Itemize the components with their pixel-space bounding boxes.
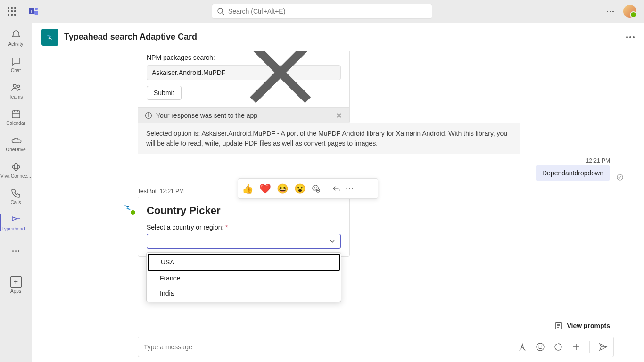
compose-input[interactable] [144, 343, 518, 351]
view-prompts-button[interactable]: View prompts [554, 321, 610, 330]
loop-icon[interactable] [553, 342, 563, 352]
svg-line-4 [222, 13, 224, 15]
header-more-button[interactable] [626, 36, 635, 38]
svg-point-17 [148, 114, 149, 114]
sent-message: Dependantdropdown [536, 165, 610, 181]
app-rail: Activity Chat Teams Calendar OneDrive Vi… [0, 23, 32, 362]
react-add-icon[interactable] [312, 184, 320, 193]
country-dropdown: USA France India [146, 252, 341, 302]
app-launcher-icon[interactable] [8, 7, 16, 16]
rail-onedrive[interactable]: OneDrive [0, 130, 32, 156]
react-more-button[interactable] [346, 188, 353, 189]
emoji-icon[interactable] [536, 342, 545, 352]
dropdown-option-india[interactable]: India [148, 286, 340, 301]
read-receipt-icon [617, 174, 623, 182]
svg-point-21 [313, 185, 319, 191]
global-search[interactable] [212, 4, 432, 19]
npm-search-card: NPM packages search: Askaiser.Android.Mu… [138, 51, 350, 123]
banner-close-icon[interactable] [335, 112, 343, 119]
rail-chat[interactable]: Chat [0, 51, 32, 77]
country-picker-card: Country Picker Select a country or regio… [138, 197, 350, 257]
svg-point-3 [218, 8, 223, 13]
message-meta: TestBot 12:21 PM [138, 188, 184, 195]
topbar: T [0, 0, 644, 23]
reply-icon[interactable] [332, 184, 340, 193]
app-icon [41, 29, 58, 46]
react-thumbs[interactable]: 👍 [242, 183, 254, 194]
main-area: Typeahead search Adaptive Card NPM packa… [32, 23, 644, 362]
result-text: Selected option is: Askaiser.Android.MuP… [138, 123, 520, 154]
dropdown-option-france[interactable]: France [148, 271, 340, 286]
country-label: Select a country or region: * [147, 223, 341, 231]
svg-text:T: T [30, 9, 33, 14]
svg-rect-7 [12, 111, 20, 118]
svg-point-23 [316, 188, 316, 188]
svg-point-32 [538, 346, 539, 346]
search-input[interactable] [228, 8, 427, 15]
more-options-button[interactable] [607, 11, 614, 12]
svg-point-22 [314, 188, 315, 188]
format-icon[interactable] [518, 342, 527, 352]
svg-point-5 [13, 84, 16, 87]
chat-scroll: NPM packages search: Askaiser.Android.Mu… [32, 51, 644, 362]
chat-header: Typeahead search Adaptive Card [32, 23, 644, 51]
svg-point-6 [17, 85, 19, 87]
rail-viva[interactable]: Viva Connec... [0, 156, 32, 183]
svg-point-2 [35, 8, 38, 10]
user-avatar[interactable] [623, 5, 636, 18]
rail-activity[interactable]: Activity [0, 25, 32, 51]
submit-button[interactable]: Submit [147, 86, 182, 100]
npm-field[interactable]: Askaiser.Android.MuPDF [147, 65, 341, 80]
rail-teams[interactable]: Teams [0, 77, 32, 104]
svg-point-31 [537, 343, 544, 351]
teams-logo-icon: T [28, 6, 40, 17]
info-icon [145, 112, 152, 119]
react-laugh[interactable]: 😆 [277, 183, 289, 194]
react-surprise[interactable]: 😮 [294, 183, 306, 194]
svg-point-12 [14, 163, 18, 171]
reaction-toolbar: 👍 ❤️ 😆 😮 [238, 178, 378, 199]
search-icon [217, 8, 224, 15]
rail-calls[interactable]: Calls [0, 183, 32, 209]
country-combobox[interactable] [147, 234, 341, 249]
rail-calendar[interactable]: Calendar [0, 104, 32, 130]
react-heart[interactable]: ❤️ [259, 183, 271, 194]
dropdown-option-usa[interactable]: USA [148, 254, 340, 271]
card-title: Country Picker [147, 205, 341, 217]
chevron-down-icon [329, 238, 336, 245]
svg-point-11 [12, 165, 20, 169]
rail-apps[interactable]: + Apps [0, 272, 32, 298]
prompts-icon [554, 321, 563, 330]
page-title: Typeahead search Adaptive Card [64, 32, 197, 42]
message-composer[interactable] [138, 337, 614, 357]
rail-more[interactable] [0, 238, 32, 264]
send-icon[interactable] [598, 342, 608, 352]
sent-timestamp: 12:21 PM [586, 157, 610, 164]
svg-point-33 [541, 346, 542, 346]
rail-typeahead[interactable]: Typeahead ... [0, 209, 32, 236]
bot-avatar-icon [121, 200, 136, 215]
attach-plus-icon[interactable] [571, 342, 581, 352]
